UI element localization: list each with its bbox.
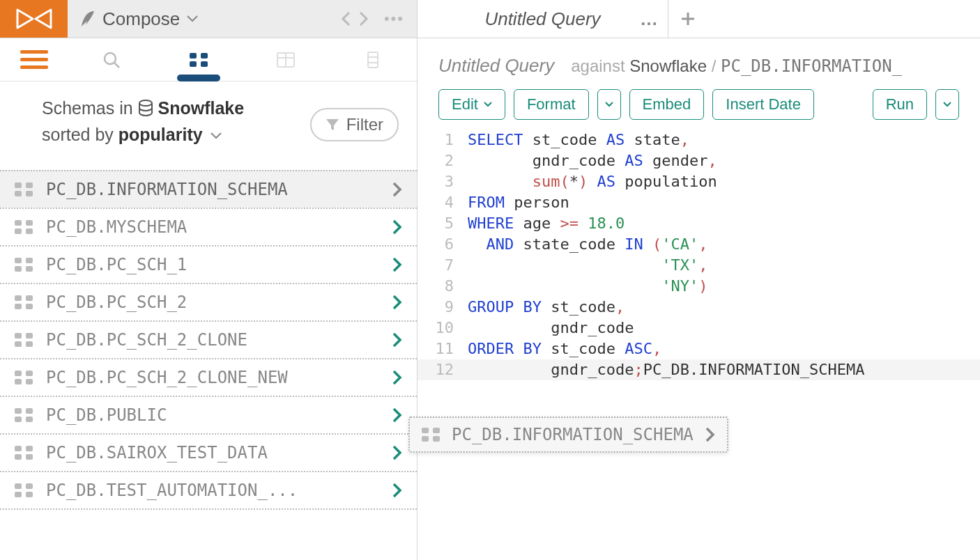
svg-rect-17 [26,258,33,263]
funnel-icon [326,118,339,132]
code-line[interactable]: 10 gndr_code [418,318,980,339]
format-button[interactable]: Format [514,89,589,120]
svg-rect-12 [15,220,22,226]
compose-label: Compose [102,8,180,30]
code-line[interactable]: 7 'TX', [418,255,980,276]
svg-rect-29 [26,371,33,376]
grid-icon [14,483,33,498]
svg-rect-39 [26,454,33,460]
chevron-down-icon [943,102,951,107]
schemas-heading: Schemas in Snowflake sorted by popularit… [42,95,244,148]
schema-item[interactable]: PC_DB.TEST_AUTOMATION_... [0,471,417,510]
code-line[interactable]: 2 gndr_code AS gender, [418,150,980,171]
svg-rect-31 [26,379,33,384]
add-tab-button[interactable] [668,0,707,38]
chevron-down-icon[interactable] [210,132,222,139]
code-line[interactable]: 3 sum(*) AS population [418,171,980,192]
svg-rect-20 [15,295,22,301]
code-line[interactable]: 11ORDER BY st_code ASC, [418,339,980,359]
svg-rect-24 [15,333,22,339]
plus-icon [680,10,696,27]
query-context: against Snowflake / PC_DB.INFORMATION_ [571,56,902,76]
chevron-right-icon [392,181,403,198]
svg-rect-42 [15,492,22,497]
svg-rect-15 [26,228,33,234]
chevron-down-icon [187,15,198,22]
code-content: gndr_code AS gender, [468,150,717,171]
schema-item[interactable]: PC_DB.PC_SCH_2_CLONE [0,320,417,358]
chevron-down-icon [605,102,613,107]
svg-rect-3 [190,61,197,67]
schema-item[interactable]: PC_DB.PC_SCH_2_CLONE_NEW [0,358,417,396]
chevron-right-icon [392,369,403,386]
columns-tab[interactable] [330,38,417,81]
schemas-tab[interactable] [155,38,242,81]
svg-rect-41 [26,483,33,489]
schema-item[interactable]: PC_DB.PC_SCH_1 [0,245,417,283]
schema-name: PC_DB.PC_SCH_2_CLONE_NEW [46,368,379,387]
code-line[interactable]: 4FROM person [418,192,980,213]
svg-rect-37 [26,446,33,451]
code-line[interactable]: 9GROUP BY st_code, [418,297,980,318]
tab-menu-icon[interactable]: … [640,8,658,30]
schema-item[interactable]: PC_DB.INFORMATION_SCHEMA [0,170,417,208]
more-icon[interactable]: ••• [384,10,404,28]
chevron-right-icon [392,256,403,273]
code-line[interactable]: 1SELECT st_code AS state, [418,130,980,150]
code-line[interactable]: 6 AND state_code IN ('CA', [418,234,980,255]
run-dropdown[interactable] [935,89,959,120]
format-dropdown[interactable] [597,89,621,120]
code-content: ORDER BY st_code ASC, [468,339,661,359]
filter-button[interactable]: Filter [310,108,399,141]
drag-preview-chip: PC_DB.INFORMATION_SCHEMA [408,417,728,453]
sql-editor[interactable]: 1SELECT st_code AS state,2 gndr_code AS … [418,130,980,380]
line-number: 4 [418,192,468,213]
code-line[interactable]: 12 gndr_code;PC_DB.INFORMATION_SCHEMA [418,359,980,380]
svg-rect-32 [15,408,22,414]
tables-tab[interactable] [243,38,330,81]
schema-name: PC_DB.SAIROX_TEST_DATA [46,443,379,462]
hamburger-menu[interactable] [0,38,68,81]
run-button[interactable]: Run [873,89,927,120]
schema-item[interactable]: PC_DB.PC_SCH_2 [0,283,417,320]
code-line[interactable]: 8 'NY') [418,276,980,297]
query-title[interactable]: Untitled Query [438,55,554,77]
search-icon [102,51,121,69]
code-line[interactable]: 5WHERE age >= 18.0 [418,213,980,234]
grid-icon [14,219,33,235]
code-content: gndr_code;PC_DB.INFORMATION_SCHEMA [468,359,865,380]
svg-rect-2 [201,53,208,59]
svg-rect-21 [26,295,33,301]
schema-item[interactable]: PC_DB.MYSCHEMA [0,208,417,245]
database-icon [138,100,153,116]
chevron-right-icon [392,444,403,461]
schema-item[interactable]: PC_DB.PUBLIC [0,396,417,433]
schema-item[interactable]: PC_DB.SAIROX_TEST_DATA [0,433,417,471]
schema-name: PC_DB.INFORMATION_SCHEMA [46,180,379,199]
query-tab[interactable]: Untitled Query … [418,0,668,38]
edit-button[interactable]: Edit [438,89,505,120]
grid-icon [189,52,208,68]
line-number: 7 [418,255,468,276]
line-number: 3 [418,171,468,192]
svg-rect-44 [422,428,429,433]
svg-point-7 [139,100,152,106]
svg-rect-14 [15,228,22,234]
svg-rect-46 [422,436,429,442]
insert-date-button[interactable]: Insert Date [712,89,814,120]
compose-menu[interactable]: Compose [80,8,198,30]
embed-button[interactable]: Embed [629,89,705,120]
svg-rect-35 [26,417,33,422]
grid-icon [14,407,33,423]
code-content: FROM person [468,192,569,213]
search-tab[interactable] [68,38,155,81]
svg-rect-11 [26,191,33,196]
app-logo[interactable] [0,0,68,38]
grid-icon [421,427,441,442]
svg-rect-26 [15,341,22,347]
nav-forward-icon[interactable] [359,11,369,26]
line-number: 11 [418,339,468,359]
svg-rect-43 [26,492,33,497]
nav-back-icon[interactable] [341,11,351,26]
grid-icon [14,295,33,310]
